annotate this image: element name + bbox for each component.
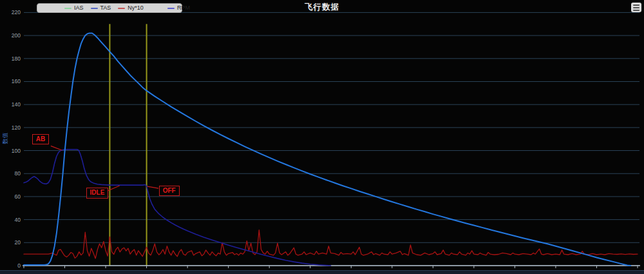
legend-swatch-icon [118,8,125,9]
annotation-idle: IDLE [86,188,109,199]
y-tick-label: 200 [12,32,21,39]
series-line-ny10[interactable] [24,230,638,259]
series-line-rpm[interactable] [24,150,331,266]
hamburger-menu-icon [633,7,639,8]
legend-label: TAS [100,5,111,11]
hamburger-menu-icon [633,5,639,6]
legend-swatch-icon [167,8,175,9]
legend-item-ny10[interactable]: Ny*10 [118,5,144,11]
y-tick-label: 60 [15,193,21,200]
y-tick-label: 80 [15,170,21,177]
legend-item-rpm[interactable]: RPM [167,5,190,11]
y-tick-label: 120 [12,124,21,131]
legend-label: RPM [177,5,190,11]
y-tick-label: 20 [15,239,21,246]
legend-item-ias[interactable]: IAS [64,5,84,11]
y-tick-label: 0 [17,262,21,269]
y-tick-label: 180 [12,55,21,62]
legend-label: IAS [74,5,84,11]
legend-swatch-icon [64,8,71,9]
series-line-tas[interactable] [24,34,630,266]
y-tick-label: 40 [15,217,21,223]
y-tick-label: 100 [12,148,21,154]
legend: IASTASNy*10RPM [37,3,182,13]
legend-swatch-icon [91,8,98,9]
legend-item-tas[interactable]: TAS [91,5,111,11]
hamburger-menu-icon [633,10,639,11]
flight-data-chart: 0204060801001201401601802002200102030405… [0,0,644,274]
y-tick-label: 160 [12,78,21,84]
annotation-connector [51,146,62,150]
export-menu-button[interactable] [631,3,641,12]
bottom-strip [0,270,644,274]
y-axis-title: 数值 [1,124,10,153]
plot-area: 0204060801001201401601802002200102030405… [0,0,644,274]
legend-label: Ny*10 [128,5,144,11]
annotation-ab: AB [32,134,49,145]
annotation-off: OFF [159,186,180,197]
y-tick-label: 140 [12,101,21,108]
annotation-connector [147,186,158,188]
